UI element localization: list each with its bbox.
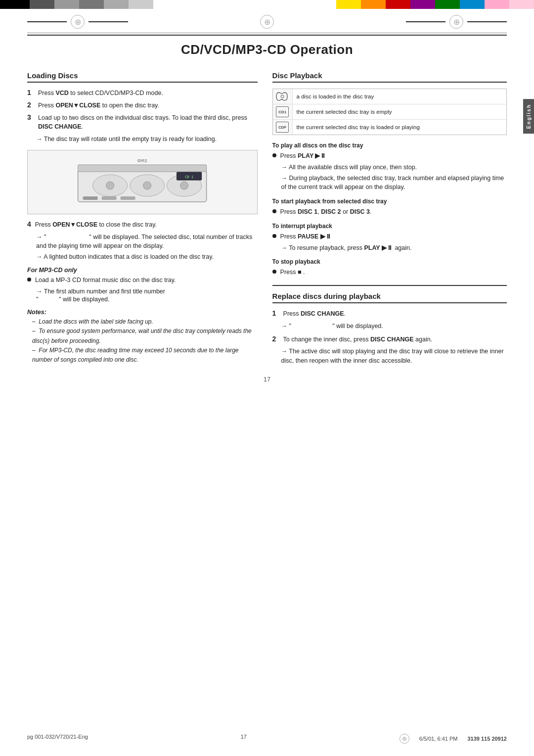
device-svg: ΦRS CD 1 bbox=[39, 155, 245, 209]
interrupt-text: Press PAUSE ▶⏸ bbox=[280, 232, 332, 241]
english-sidebar-tab: English bbox=[523, 99, 534, 134]
replace-discs-section: Replace discs during playback 1 Press DI… bbox=[272, 292, 507, 366]
step-2-content: Press OPEN▼CLOSE to open the disc tray. bbox=[38, 101, 159, 110]
footer-left: pg 001-032/V720/21-Eng bbox=[27, 734, 88, 744]
page-number: 17 bbox=[27, 376, 507, 383]
interrupt-arrow: To resume playback, press PLAY ▶⏸ again. bbox=[281, 243, 507, 253]
disc-icons-table: a disc is loaded in the disc tray CD1 th… bbox=[272, 89, 507, 135]
disc-icon-empty bbox=[273, 89, 293, 104]
svg-point-3 bbox=[106, 182, 114, 189]
device-image: ΦRS CD 1 bbox=[27, 150, 258, 214]
step-3-number: 3 bbox=[27, 113, 36, 121]
mp3-only-label: For MP3-CD only bbox=[27, 267, 258, 274]
loading-step-4: 4 Press OPEN▼CLOSE to close the disc tra… bbox=[27, 220, 258, 230]
step-3-arrow: The disc tray will rotate until the empt… bbox=[36, 135, 258, 144]
play-all-arrow-1: All the available discs will play once, … bbox=[281, 163, 507, 172]
footer-reg-mark: ⊕ bbox=[400, 734, 409, 744]
note-2: – To ensure good system performance, wai… bbox=[32, 327, 258, 345]
footer-date: 6/5/01, 6:41 PM bbox=[419, 736, 458, 742]
loading-discs-section: Loading Discs 1 Press VCD to select CD/V… bbox=[27, 71, 258, 366]
play-all-bullet: Press PLAY ▶⏸ bbox=[272, 151, 507, 161]
footer-center: 17 bbox=[241, 734, 247, 744]
disc-icon-row-3: CDP the current selected disc tray is lo… bbox=[273, 120, 506, 135]
start-selected-dot bbox=[272, 209, 276, 213]
play-all-heading: To play all discs on the disc tray bbox=[272, 142, 507, 149]
mp3-bullet-text: Load a MP-3 CD format music disc on the … bbox=[35, 276, 176, 285]
disc-icon-empty-label: a disc is loaded in the disc tray bbox=[293, 89, 378, 104]
step-1-content: Press VCD to select CD/VCD/MP3-CD mode. bbox=[38, 89, 163, 98]
svg-rect-11 bbox=[121, 196, 135, 200]
start-selected-bullet: Press DISC 1, DISC 2 or DISC 3. bbox=[272, 207, 507, 217]
reg-mark-right: ⊕ bbox=[449, 15, 463, 29]
cdp-box: CDP bbox=[276, 122, 289, 133]
stop-text: Press ■ . bbox=[280, 268, 305, 277]
start-selected-heading: To start playback from selected disc tra… bbox=[272, 198, 507, 205]
footer-code: 3139 115 20912 bbox=[467, 736, 507, 742]
disc-icon-cd1: CD1 bbox=[273, 104, 293, 119]
disc-icon-cd1-label: the current selected disc tray is empty bbox=[293, 104, 396, 119]
page-title: CD/VCD/MP3-CD Operation bbox=[27, 42, 507, 57]
svg-point-5 bbox=[143, 182, 151, 189]
note-1: – Load the discs with the label side fac… bbox=[32, 317, 258, 327]
replace-step-1-num: 1 bbox=[272, 309, 281, 317]
play-all-dot bbox=[272, 153, 276, 157]
interrupt-heading: To interrupt playback bbox=[272, 223, 507, 230]
mp3-arrow-1: The first album number and first title n… bbox=[36, 287, 258, 296]
marks-center: ⊕ bbox=[260, 15, 274, 29]
step-4-arrow-1: " " will be displayed. The selected disc… bbox=[36, 233, 258, 251]
loading-step-2: 2 Press OPEN▼CLOSE to open the disc tray… bbox=[27, 101, 258, 110]
step-2-number: 2 bbox=[27, 101, 36, 109]
replace-step-1-arrow: " " will be displayed. bbox=[281, 322, 507, 331]
step-1-number: 1 bbox=[27, 89, 36, 96]
step-3-content: Load up to two discs on the individual d… bbox=[38, 113, 258, 132]
replace-step-2-content: To change the inner disc, press DISC CHA… bbox=[283, 335, 433, 344]
disc-playback-heading: Disc Playback bbox=[272, 71, 507, 83]
start-selected-text: Press DISC 1, DISC 2 or DISC 3. bbox=[280, 207, 372, 217]
play-all-arrow-2: During playback, the selected disc tray,… bbox=[281, 174, 507, 192]
stop-heading: To stop playback bbox=[272, 258, 507, 265]
cd1-box: CD1 bbox=[276, 106, 289, 117]
mp3-bullet-dot bbox=[27, 278, 31, 282]
replace-step-2-arrow: The active disc will stop playing and th… bbox=[281, 347, 507, 366]
svg-text:CD 1: CD 1 bbox=[185, 175, 193, 179]
interrupt-dot bbox=[272, 234, 276, 238]
loading-discs-heading: Loading Discs bbox=[27, 71, 258, 83]
disc-icon-cdp: CDP bbox=[273, 120, 293, 135]
svg-rect-1 bbox=[78, 165, 207, 172]
cd-empty-svg bbox=[276, 91, 289, 102]
step-4-content: Press OPEN▼CLOSE to close the disc tray. bbox=[35, 221, 157, 228]
disc-icon-cdp-label: the current selected disc tray is loaded… bbox=[293, 120, 424, 135]
reg-mark-center: ⊕ bbox=[260, 15, 274, 29]
note-3: – For MP3-CD, the disc reading time may … bbox=[32, 346, 258, 365]
stop-dot bbox=[272, 270, 276, 274]
replace-step-1: 1 Press DISC CHANGE. bbox=[272, 309, 507, 319]
marks-left: ⊕ bbox=[27, 15, 128, 29]
section-divider bbox=[272, 285, 507, 286]
svg-text:ΦRS: ΦRS bbox=[137, 158, 147, 163]
play-all-text: Press PLAY ▶⏸ bbox=[280, 151, 327, 161]
replace-discs-heading: Replace discs during playback bbox=[272, 292, 507, 303]
svg-rect-9 bbox=[83, 196, 98, 200]
mp3-arrow-2: " " will be displayed. bbox=[36, 296, 258, 303]
disc-playback-section: Disc Playback a disc is loaded in the di… bbox=[272, 71, 507, 277]
top-marks-row: ⊕ ⊕ ⊕ bbox=[0, 11, 534, 33]
step-4-number: 4 bbox=[27, 220, 33, 228]
svg-point-14 bbox=[281, 95, 284, 98]
interrupt-bullet: Press PAUSE ▶⏸ bbox=[272, 232, 507, 241]
right-column: Disc Playback a disc is loaded in the di… bbox=[272, 71, 507, 366]
bottom-bar: pg 001-032/V720/21-Eng 17 ⊕ 6/5/01, 6:41… bbox=[0, 734, 534, 744]
replace-step-1-content: Press DISC CHANGE. bbox=[283, 309, 346, 319]
svg-point-7 bbox=[180, 182, 188, 189]
footer-right-group: ⊕ 6/5/01, 6:41 PM 3139 115 20912 bbox=[400, 734, 507, 744]
loading-steps-list: 1 Press VCD to select CD/VCD/MP3-CD mode… bbox=[27, 89, 258, 132]
disc-icon-row-2: CD1 the current selected disc tray is em… bbox=[273, 104, 506, 120]
mp3-bullet: Load a MP-3 CD format music disc on the … bbox=[27, 276, 258, 285]
svg-rect-10 bbox=[102, 196, 117, 200]
notes-section: Notes: – Load the discs with the label s… bbox=[27, 309, 258, 365]
marks-right: ⊕ bbox=[406, 15, 507, 29]
step-4-arrow-2: A lighted button indicates that a disc i… bbox=[36, 252, 258, 262]
replace-step-2-num: 2 bbox=[272, 335, 281, 343]
page-content: CD/VCD/MP3-CD Operation Loading Discs 1 … bbox=[0, 37, 534, 403]
loading-step-1: 1 Press VCD to select CD/VCD/MP3-CD mode… bbox=[27, 89, 258, 98]
notes-label: Notes: bbox=[27, 309, 258, 316]
